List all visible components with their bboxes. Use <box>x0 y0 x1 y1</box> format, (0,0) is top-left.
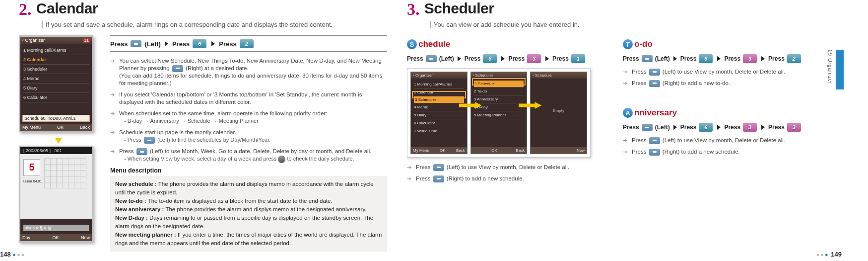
softkey-icon <box>426 55 437 62</box>
bullet-item: Press (Right) to add a new to-do. <box>623 80 824 87</box>
page-left: 2. Calendar If you set and save a schedu… <box>0 0 397 261</box>
side-label: 09 Organizer <box>827 50 833 85</box>
page-number-left: 148 ●●● <box>0 251 25 258</box>
arrow-right-icon <box>717 125 721 130</box>
content-column: Press (Left) Press 6 Press 2 You can sel… <box>110 35 387 252</box>
phone-screenshot-organizer: ‹ Organizer 31 1 Morning call/Alarms 2 C… <box>19 35 93 132</box>
section-subtitle: If you set and save a schedule, alarm ri… <box>42 21 387 28</box>
key-2-icon: 2 <box>240 39 254 48</box>
arrow-right-icon <box>501 56 505 61</box>
circle-letter-icon: A <box>623 108 633 118</box>
arrow-right-icon <box>717 56 721 61</box>
bullet-list: You can select New Schedule, New Things … <box>110 57 387 163</box>
softkey-icon <box>433 175 444 182</box>
section-header: 2. Calendar <box>19 0 387 19</box>
page-right: 3. Scheduler You can view or add schedul… <box>397 0 844 261</box>
menu-description-box: New schedule : The phone provides the al… <box>110 176 387 252</box>
bullet-list: Press (Left) to use View by month, Delet… <box>407 164 608 182</box>
bullet-list: Press (Left) to use View by month, Delet… <box>623 68 824 87</box>
phone-screenshot-row: ‹ Organizer 1 Morning call/Alarms 2 Cale… <box>407 68 591 158</box>
softkey-icon <box>433 164 444 171</box>
key-6-icon: 6 <box>699 54 713 63</box>
key-3-icon: 3 <box>743 123 757 132</box>
press-sequence: Press(Left) Press6 Press3 Press3 <box>623 123 824 132</box>
schedule-column: Schedule Press(Left) Press6 Press3 Press… <box>407 35 608 186</box>
bullet-item: Press (Right) to add a new schedule. <box>407 175 608 182</box>
bullet-item: When schedules set to the same time, ala… <box>110 110 387 125</box>
menu-description-title: Menu description <box>110 167 387 174</box>
bullet-item: Press (Left) to use Month, Week, Go to a… <box>110 148 387 163</box>
arrow-right-icon <box>211 41 215 46</box>
key-1-icon: 1 <box>571 54 585 63</box>
softkey-icon <box>649 69 660 76</box>
subsection-anniversary: Anniversary <box>623 108 824 118</box>
arrow-down-icon <box>55 138 62 144</box>
key-3-icon: 3 <box>527 54 541 63</box>
phone-screenshot-schedule: ‹ Schedule Empty New <box>530 72 587 154</box>
section-subtitle: You can view or add schedule you have en… <box>430 21 824 28</box>
circle-letter-icon: S <box>407 39 417 49</box>
todo-anniversary-column: To-do Press(Left) Press6 Press3 Press2 P… <box>623 35 824 186</box>
bullet-list: Press (Left) to use View by month, Delet… <box>623 137 824 156</box>
section-title: Calendar <box>36 0 98 17</box>
section-title: Scheduler <box>424 0 494 17</box>
press-sequence: Press(Left) Press6 Press3 Press1 <box>407 54 608 63</box>
softkey-icon <box>649 149 660 156</box>
phone-screenshot-organizer: ‹ Organizer 1 Morning call/Alarms 2 Cale… <box>410 72 467 154</box>
arrow-right-icon <box>458 56 461 61</box>
bullet-item: If you select 'Calendar top/bottom' or '… <box>110 91 387 106</box>
softkey-icon <box>172 65 183 72</box>
softkey-icon <box>131 40 141 47</box>
key-2-icon: 2 <box>787 54 801 63</box>
side-tab <box>836 50 844 89</box>
section-header: 3. Scheduler <box>407 0 824 19</box>
softkey-icon <box>649 137 660 144</box>
circle-letter-icon: T <box>623 39 633 49</box>
softkey-icon <box>642 55 653 62</box>
softkey-icon <box>136 148 147 155</box>
page-number-right: ●●● 149 <box>816 251 842 258</box>
press-sequence: Press (Left) Press 6 Press 2 <box>110 35 387 52</box>
phone-screenshot-calendar: [ 2008/05/05 ] 001 5 Lunar 04.01 05/05 어… <box>19 146 93 243</box>
arrow-right-icon <box>761 125 765 130</box>
arrow-right-icon <box>673 56 677 61</box>
key-3-icon: 3 <box>787 123 801 132</box>
bullet-item: You can select New Schedule, New Things … <box>110 57 387 87</box>
softkey-icon <box>144 137 155 144</box>
bullet-item: Press (Left) to use View by month, Delet… <box>623 137 824 144</box>
softkey-icon <box>649 80 660 87</box>
key-6-icon: 6 <box>699 123 713 132</box>
bullet-item: Press (Left) to use View by month, Delet… <box>407 164 608 171</box>
ok-button-icon <box>278 156 285 163</box>
subsection-todo: To-do <box>623 39 824 49</box>
section-number: 2. <box>19 0 32 19</box>
press-sequence: Press(Left) Press6 Press3 Press2 <box>623 54 824 63</box>
arrow-right-icon <box>761 56 765 61</box>
arrow-right-icon <box>545 56 549 61</box>
bullet-item: Press (Left) to use View by month, Delet… <box>623 68 824 76</box>
bullet-item: Press (Right) to add a new schedule. <box>623 148 824 156</box>
screenshot-column: ‹ Organizer 31 1 Morning call/Alarms 2 C… <box>19 35 98 252</box>
manual-spread: 2. Calendar If you set and save a schedu… <box>0 0 868 261</box>
key-6-icon: 6 <box>483 54 497 63</box>
bullet-item: Schedule start up page is the montly cal… <box>110 129 387 144</box>
key-6-icon: 6 <box>193 39 206 48</box>
section-number: 3. <box>407 0 420 19</box>
arrow-right-icon <box>673 125 677 130</box>
phone-screenshot-scheduler: ‹ Scheduler 1 Schedule 2 To-do 3 Anniver… <box>470 72 528 154</box>
subsection-schedule: Schedule <box>407 39 608 49</box>
key-3-icon: 3 <box>743 54 757 63</box>
arrow-right-icon <box>165 41 168 46</box>
softkey-icon <box>642 124 653 131</box>
